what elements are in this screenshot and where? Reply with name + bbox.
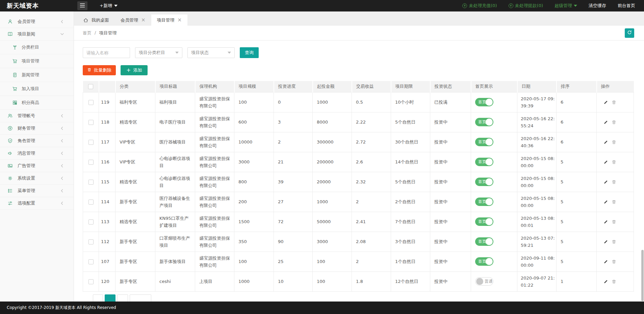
cell-period: 7个自然日: [391, 212, 430, 232]
home-display-toggle[interactable]: 首页: [475, 158, 493, 166]
cell-period: 10个小时: [391, 92, 430, 112]
delete-icon[interactable]: [612, 239, 616, 244]
sidebar-subitem-加入项目[interactable]: 加入项目: [0, 82, 74, 96]
row-checkbox[interactable]: [88, 100, 94, 105]
edit-icon[interactable]: [603, 200, 608, 204]
close-icon[interactable]: ×: [178, 18, 182, 23]
tab-项目管理[interactable]: 项目管理×: [151, 15, 188, 26]
edit-icon[interactable]: [603, 180, 608, 184]
close-icon[interactable]: ×: [141, 18, 146, 23]
row-checkbox[interactable]: [88, 279, 94, 284]
search-button[interactable]: 查询: [240, 47, 259, 58]
row-checkbox[interactable]: [88, 219, 94, 225]
sidebar-subitem-积分商品[interactable]: 积分商品: [0, 96, 74, 110]
row-checkbox[interactable]: [88, 200, 94, 205]
sidebar-item-管理帐号[interactable]: 管理帐号: [0, 110, 74, 122]
home-display-toggle[interactable]: 首页: [475, 257, 493, 266]
delete-icon[interactable]: [612, 279, 616, 284]
delete-icon[interactable]: [612, 160, 616, 164]
cart-icon: [12, 86, 18, 91]
sidebar-subitem-分类栏目[interactable]: 分类栏目: [0, 41, 74, 54]
chevron-left-icon: [59, 113, 65, 119]
delete-icon[interactable]: [612, 120, 616, 125]
tab-会员管理[interactable]: 会员管理×: [115, 15, 151, 26]
home-display-toggle[interactable]: 首页: [475, 178, 493, 186]
sidebar-toggle-button[interactable]: [77, 1, 87, 10]
tab-我的桌面[interactable]: 我的桌面: [77, 15, 115, 26]
chevron-left-icon: [59, 19, 65, 24]
sidebar-item-项目新闻[interactable]: 项目新闻: [0, 28, 74, 41]
vertical-scrollbar[interactable]: [641, 11, 644, 302]
edit-icon[interactable]: [603, 160, 608, 164]
edit-icon[interactable]: [603, 120, 608, 125]
status-select[interactable]: 项目状态: [187, 47, 235, 58]
edit-icon[interactable]: [603, 140, 608, 145]
home-icon: [83, 18, 88, 23]
sidebar-item-系统设置[interactable]: 系统设置: [0, 172, 74, 185]
breadcrumb-home[interactable]: 首页: [83, 30, 92, 36]
row-checkbox[interactable]: [88, 120, 94, 125]
home-display-toggle[interactable]: 首页: [475, 198, 493, 206]
sidebar-item-消息管理[interactable]: 消息管理: [0, 147, 74, 160]
edit-icon[interactable]: [603, 259, 608, 264]
row-checkbox[interactable]: [88, 239, 94, 244]
sidebar-item-菜单管理[interactable]: 菜单管理: [0, 185, 74, 197]
edit-icon[interactable]: [603, 239, 608, 244]
sidebar-item-广告管理[interactable]: 广告管理: [0, 160, 74, 172]
refresh-button[interactable]: [625, 28, 634, 38]
pagination-next-button[interactable]: [130, 294, 151, 302]
sidebar-item-财务管理[interactable]: 财务管理: [0, 122, 74, 135]
clear-cache-label: 清空缓存: [589, 3, 606, 9]
pagination-prev-button[interactable]: [93, 294, 103, 302]
add-button[interactable]: + 添加: [121, 65, 148, 75]
pagination-page-button[interactable]: [117, 294, 128, 302]
delete-icon[interactable]: [612, 259, 616, 264]
home-display-toggle[interactable]: 首页: [475, 98, 493, 106]
row-checkbox-cell: [83, 112, 99, 132]
sidebar-item-会员管理[interactable]: 会员管理: [0, 16, 74, 28]
column-header-保理机构: 保理机构: [195, 81, 234, 92]
pagination-page-active[interactable]: [105, 294, 115, 302]
home-display-toggle[interactable]: 首页: [475, 138, 493, 146]
cell-sort: 6: [557, 112, 597, 132]
delete-icon[interactable]: [612, 100, 616, 105]
sidebar-item-角色管理[interactable]: 角色管理: [0, 135, 74, 147]
sidebar-subitem-项目管理[interactable]: 项目管理: [0, 54, 74, 68]
column-header-起投金额: 起投金额: [313, 81, 352, 92]
front-home-link[interactable]: 前台首页: [618, 3, 635, 9]
edit-icon[interactable]: [603, 219, 608, 224]
new-add-dropdown[interactable]: +新增: [100, 3, 118, 9]
select-all-checkbox[interactable]: [88, 84, 93, 89]
home-display-toggle[interactable]: 首页: [475, 237, 493, 246]
row-checkbox[interactable]: [88, 160, 94, 165]
delete-icon[interactable]: [612, 200, 616, 204]
pending-recharge-link[interactable]: ¥ 未处理充值(0): [462, 3, 497, 9]
delete-icon[interactable]: [612, 219, 616, 224]
category-select[interactable]: 项目分类栏目: [135, 47, 182, 58]
cell-date: 2020-05-15 08:00:00: [517, 172, 557, 192]
delete-icon[interactable]: [612, 180, 616, 184]
edit-icon[interactable]: [603, 100, 608, 105]
batch-delete-button[interactable]: 批量删除: [83, 65, 116, 75]
sidebar-item-选项配置[interactable]: 选项配置: [0, 197, 74, 210]
clear-cache-link[interactable]: 清空缓存: [589, 3, 606, 9]
row-checkbox[interactable]: [88, 259, 94, 264]
cell-min-invest: 8000: [313, 112, 352, 132]
pending-withdraw-link[interactable]: ¥ 未处理提款(0): [509, 3, 543, 9]
cell-id: 115: [99, 172, 115, 192]
scrollbar-thumb[interactable]: [641, 250, 644, 301]
edit-icon[interactable]: [603, 279, 608, 284]
row-checkbox[interactable]: [88, 140, 94, 145]
delete-icon[interactable]: [612, 140, 616, 145]
cell-profit: 2: [352, 192, 391, 212]
home-display-toggle[interactable]: 普通: [475, 277, 493, 286]
row-checkbox[interactable]: [88, 180, 94, 185]
home-display-toggle[interactable]: 首页: [475, 217, 493, 226]
home-display-toggle[interactable]: 首页: [475, 118, 493, 126]
name-search-input[interactable]: [83, 47, 130, 58]
cell-id: 112: [99, 232, 115, 252]
shield-icon: [7, 138, 13, 143]
sidebar-subitem-新闻管理[interactable]: 新闻管理: [0, 68, 74, 82]
app-logo: 新天域资本: [0, 2, 74, 10]
super-admin-dropdown[interactable]: 超级管理: [555, 3, 577, 9]
